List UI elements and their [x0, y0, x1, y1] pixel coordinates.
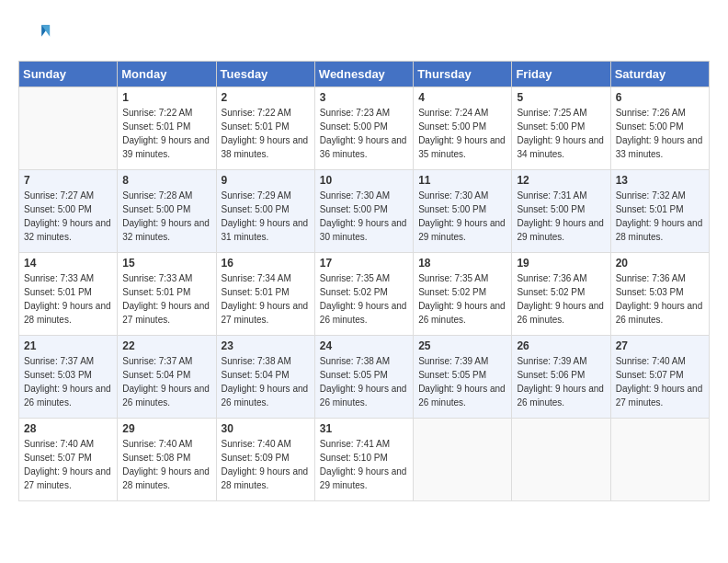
day-number: 13	[616, 174, 704, 187]
day-number: 27	[616, 339, 704, 352]
logo	[18, 18, 55, 52]
day-number: 14	[24, 257, 112, 270]
logo-icon	[18, 18, 51, 52]
calendar-cell: 21Sunrise: 7:37 AMSunset: 5:03 PMDayligh…	[19, 336, 118, 419]
day-info: Sunrise: 7:24 AMSunset: 5:00 PMDaylight:…	[418, 106, 506, 161]
calendar-week-row: 21Sunrise: 7:37 AMSunset: 5:03 PMDayligh…	[19, 336, 710, 419]
day-info: Sunrise: 7:39 AMSunset: 5:05 PMDaylight:…	[418, 354, 506, 409]
calendar-cell: 27Sunrise: 7:40 AMSunset: 5:07 PMDayligh…	[610, 336, 709, 419]
day-number: 25	[418, 339, 506, 352]
day-info: Sunrise: 7:35 AMSunset: 5:02 PMDaylight:…	[320, 271, 408, 327]
calendar-cell: 13Sunrise: 7:32 AMSunset: 5:01 PMDayligh…	[610, 170, 709, 253]
day-number: 19	[517, 257, 605, 270]
calendar-cell: 5Sunrise: 7:25 AMSunset: 5:00 PMDaylight…	[512, 87, 610, 170]
day-number: 28	[24, 422, 112, 435]
day-header-monday: Monday	[118, 62, 216, 87]
day-header-tuesday: Tuesday	[216, 62, 314, 87]
day-info: Sunrise: 7:26 AMSunset: 5:00 PMDaylight:…	[616, 106, 704, 161]
calendar-cell: 15Sunrise: 7:33 AMSunset: 5:01 PMDayligh…	[118, 253, 216, 336]
day-info: Sunrise: 7:22 AMSunset: 5:01 PMDaylight:…	[122, 106, 210, 161]
day-info: Sunrise: 7:25 AMSunset: 5:00 PMDaylight:…	[517, 106, 605, 161]
calendar-cell: 16Sunrise: 7:34 AMSunset: 5:01 PMDayligh…	[216, 253, 314, 336]
page-header	[18, 18, 710, 52]
calendar-cell: 7Sunrise: 7:27 AMSunset: 5:00 PMDaylight…	[19, 170, 118, 253]
day-info: Sunrise: 7:32 AMSunset: 5:01 PMDaylight:…	[616, 189, 704, 244]
day-info: Sunrise: 7:28 AMSunset: 5:00 PMDaylight:…	[122, 189, 210, 244]
day-header-wednesday: Wednesday	[314, 62, 413, 87]
day-info: Sunrise: 7:37 AMSunset: 5:03 PMDaylight:…	[24, 354, 112, 409]
day-number: 2	[222, 91, 310, 104]
calendar-cell: 14Sunrise: 7:33 AMSunset: 5:01 PMDayligh…	[19, 253, 118, 336]
day-info: Sunrise: 7:22 AMSunset: 5:01 PMDaylight:…	[222, 106, 310, 161]
calendar-week-row: 28Sunrise: 7:40 AMSunset: 5:07 PMDayligh…	[19, 419, 710, 501]
calendar-cell: 24Sunrise: 7:38 AMSunset: 5:05 PMDayligh…	[314, 336, 413, 419]
day-info: Sunrise: 7:36 AMSunset: 5:03 PMDaylight:…	[616, 271, 704, 327]
day-header-thursday: Thursday	[414, 62, 512, 87]
calendar-cell: 6Sunrise: 7:26 AMSunset: 5:00 PMDaylight…	[610, 87, 709, 170]
day-info: Sunrise: 7:34 AMSunset: 5:01 PMDaylight:…	[222, 271, 310, 327]
day-info: Sunrise: 7:38 AMSunset: 5:04 PMDaylight:…	[222, 354, 310, 409]
day-number: 4	[418, 91, 506, 104]
calendar-cell: 12Sunrise: 7:31 AMSunset: 5:00 PMDayligh…	[512, 170, 610, 253]
day-header-friday: Friday	[512, 62, 610, 87]
day-info: Sunrise: 7:40 AMSunset: 5:07 PMDaylight:…	[616, 354, 704, 409]
calendar-cell: 30Sunrise: 7:40 AMSunset: 5:09 PMDayligh…	[216, 419, 314, 501]
calendar-table: SundayMondayTuesdayWednesdayThursdayFrid…	[18, 61, 710, 501]
day-info: Sunrise: 7:33 AMSunset: 5:01 PMDaylight:…	[122, 271, 210, 327]
calendar-cell: 20Sunrise: 7:36 AMSunset: 5:03 PMDayligh…	[610, 253, 709, 336]
calendar-cell: 2Sunrise: 7:22 AMSunset: 5:01 PMDaylight…	[216, 87, 314, 170]
calendar-cell	[19, 87, 118, 170]
calendar-week-row: 1Sunrise: 7:22 AMSunset: 5:01 PMDaylight…	[19, 87, 710, 170]
day-info: Sunrise: 7:35 AMSunset: 5:02 PMDaylight:…	[418, 271, 506, 327]
calendar-cell: 22Sunrise: 7:37 AMSunset: 5:04 PMDayligh…	[118, 336, 216, 419]
calendar-cell: 3Sunrise: 7:23 AMSunset: 5:00 PMDaylight…	[314, 87, 413, 170]
day-number: 30	[222, 422, 310, 435]
calendar-cell: 25Sunrise: 7:39 AMSunset: 5:05 PMDayligh…	[414, 336, 512, 419]
day-info: Sunrise: 7:37 AMSunset: 5:04 PMDaylight:…	[122, 354, 210, 409]
day-info: Sunrise: 7:41 AMSunset: 5:10 PMDaylight:…	[320, 437, 408, 492]
day-number: 9	[222, 174, 310, 187]
calendar-cell: 9Sunrise: 7:29 AMSunset: 5:00 PMDaylight…	[216, 170, 314, 253]
calendar-cell: 31Sunrise: 7:41 AMSunset: 5:10 PMDayligh…	[314, 419, 413, 501]
day-info: Sunrise: 7:38 AMSunset: 5:05 PMDaylight:…	[320, 354, 408, 409]
day-number: 26	[517, 339, 605, 352]
day-number: 7	[24, 174, 112, 187]
day-info: Sunrise: 7:36 AMSunset: 5:02 PMDaylight:…	[517, 271, 605, 327]
day-header-saturday: Saturday	[610, 62, 709, 87]
day-number: 12	[517, 174, 605, 187]
day-info: Sunrise: 7:27 AMSunset: 5:00 PMDaylight:…	[24, 189, 112, 244]
calendar-cell	[414, 419, 512, 501]
day-number: 1	[122, 91, 210, 104]
day-number: 11	[418, 174, 506, 187]
calendar-cell: 18Sunrise: 7:35 AMSunset: 5:02 PMDayligh…	[414, 253, 512, 336]
day-number: 16	[222, 257, 310, 270]
calendar-cell: 8Sunrise: 7:28 AMSunset: 5:00 PMDaylight…	[118, 170, 216, 253]
day-header-sunday: Sunday	[19, 62, 118, 87]
calendar-cell: 26Sunrise: 7:39 AMSunset: 5:06 PMDayligh…	[512, 336, 610, 419]
day-info: Sunrise: 7:40 AMSunset: 5:08 PMDaylight:…	[122, 437, 210, 492]
day-number: 29	[122, 422, 210, 435]
day-number: 3	[320, 91, 408, 104]
day-number: 22	[122, 339, 210, 352]
calendar-cell: 10Sunrise: 7:30 AMSunset: 5:00 PMDayligh…	[314, 170, 413, 253]
day-number: 31	[320, 422, 408, 435]
day-number: 21	[24, 339, 112, 352]
day-number: 23	[222, 339, 310, 352]
day-info: Sunrise: 7:23 AMSunset: 5:00 PMDaylight:…	[320, 106, 408, 161]
calendar-cell: 4Sunrise: 7:24 AMSunset: 5:00 PMDaylight…	[414, 87, 512, 170]
calendar-cell: 19Sunrise: 7:36 AMSunset: 5:02 PMDayligh…	[512, 253, 610, 336]
day-number: 24	[320, 339, 408, 352]
day-info: Sunrise: 7:33 AMSunset: 5:01 PMDaylight:…	[24, 271, 112, 327]
day-number: 20	[616, 257, 704, 270]
day-info: Sunrise: 7:29 AMSunset: 5:00 PMDaylight:…	[222, 189, 310, 244]
calendar-cell: 28Sunrise: 7:40 AMSunset: 5:07 PMDayligh…	[19, 419, 118, 501]
day-number: 8	[122, 174, 210, 187]
calendar-cell: 1Sunrise: 7:22 AMSunset: 5:01 PMDaylight…	[118, 87, 216, 170]
day-info: Sunrise: 7:30 AMSunset: 5:00 PMDaylight:…	[320, 189, 408, 244]
calendar-body: 1Sunrise: 7:22 AMSunset: 5:01 PMDaylight…	[19, 87, 710, 501]
day-number: 10	[320, 174, 408, 187]
calendar-cell: 29Sunrise: 7:40 AMSunset: 5:08 PMDayligh…	[118, 419, 216, 501]
day-info: Sunrise: 7:30 AMSunset: 5:00 PMDaylight:…	[418, 189, 506, 244]
day-info: Sunrise: 7:39 AMSunset: 5:06 PMDaylight:…	[517, 354, 605, 409]
day-info: Sunrise: 7:40 AMSunset: 5:09 PMDaylight:…	[222, 437, 310, 492]
